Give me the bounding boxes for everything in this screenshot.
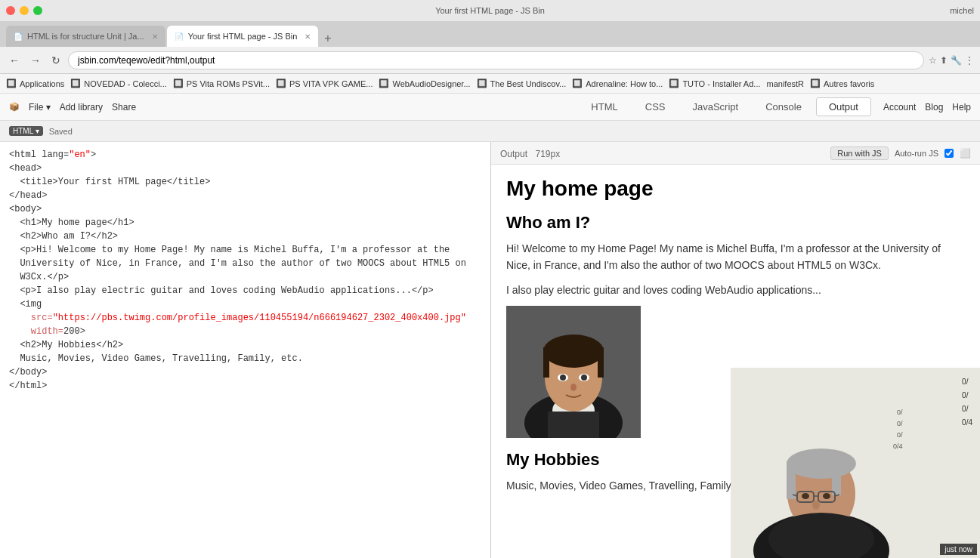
svg-rect-6: [543, 347, 549, 378]
address-bar: ← → ↻ ☆ ⬆ 🔧 ⋮: [0, 47, 980, 74]
bookmark-icon: 🔲: [6, 79, 17, 88]
tab2-label: Your first HTML page - JS Bin: [188, 32, 298, 41]
output-header-right: Run with JS Auto-run JS ⬜: [830, 146, 971, 160]
tab-javascript[interactable]: JavaScript: [679, 97, 751, 116]
svg-point-27: [802, 493, 809, 499]
output-profile-image: [506, 306, 641, 438]
output-label: Output: [500, 149, 527, 159]
tab2-close[interactable]: ✕: [305, 32, 311, 41]
bookmark-icon: 🔲: [173, 79, 184, 88]
svg-text:0/4: 0/4: [893, 442, 903, 450]
code-line: </html>: [0, 379, 490, 393]
output-h1: My home page: [506, 177, 965, 201]
url-input[interactable]: [68, 51, 924, 69]
bookmark-webaudio[interactable]: 🔲 WebAudioDesigner...: [379, 79, 470, 88]
autorun-checkbox[interactable]: [944, 149, 954, 158]
output-size: 719px: [535, 149, 560, 159]
browser-tabs: 📄 HTML is for structure Unit | Ja... ✕ 📄…: [0, 21, 980, 47]
blog-link[interactable]: Blog: [925, 102, 943, 113]
profile-svg: [506, 306, 641, 438]
output-header: Output 719px Run with JS Auto-run JS ⬜: [491, 142, 980, 165]
new-tab-button[interactable]: +: [320, 32, 335, 45]
html-mode-badge[interactable]: HTML ▾: [9, 126, 43, 136]
title-bar: Your first HTML page - JS Bin michel: [0, 0, 980, 21]
bookmark-autres[interactable]: 🔲 Autres favoris: [810, 79, 874, 88]
bookmark-psvita-roms[interactable]: 🔲 PS Vita ROMs PSVit...: [173, 79, 270, 88]
toolbar-left: 📦 File ▾ Add library Share: [9, 102, 566, 113]
minimize-button[interactable]: [20, 6, 29, 15]
bookmark-tuto[interactable]: 🔲 TUTO - Installer Ad...: [669, 79, 760, 88]
code-line: </body>: [0, 365, 490, 379]
back-button[interactable]: ←: [6, 53, 23, 68]
bookmark-icon: 🔲: [572, 79, 583, 88]
file-menu[interactable]: File ▾: [29, 102, 51, 113]
saved-status: Saved: [49, 127, 73, 136]
bookmark-manifestr[interactable]: manifestR: [767, 79, 805, 88]
bookmark-icon: 🔲: [276, 79, 286, 88]
app-toolbar: 📦 File ▾ Add library Share HTML CSS Java…: [0, 94, 980, 121]
autorun-label: Auto-run JS: [895, 149, 938, 158]
tab-1[interactable]: 📄 HTML is for structure Unit | Ja... ✕: [6, 26, 165, 47]
tab1-label: HTML is for structure Unit | Ja...: [27, 32, 144, 41]
app-logo: 📦: [9, 102, 20, 112]
menu-icon[interactable]: ⋮: [965, 55, 974, 66]
tab-2[interactable]: 📄 Your first HTML page - JS Bin ✕: [167, 26, 319, 47]
svg-point-19: [787, 449, 856, 479]
maximize-button[interactable]: [33, 6, 42, 15]
bookmark-label: Applications: [20, 79, 64, 88]
run-js-button[interactable]: Run with JS: [830, 146, 889, 160]
svg-point-11: [581, 375, 587, 381]
svg-text:0/: 0/: [897, 431, 903, 439]
close-button[interactable]: [6, 6, 15, 15]
bookmark-adrenaline[interactable]: 🔲 Adrenaline: How to...: [572, 79, 663, 88]
bookmark-label: Adrenaline: How to...: [586, 79, 663, 88]
code-line: <head>: [0, 162, 490, 175]
video-overlay: 0/ 0/ 0/ 0/4 0/ 0/ 0/ 0/4: [731, 368, 980, 558]
whiteboard-background: 0/ 0/ 0/ 0/4 0/ 0/ 0/ 0/4: [731, 368, 980, 558]
svg-point-29: [812, 501, 820, 510]
tab-console[interactable]: Console: [753, 97, 815, 116]
svg-text:0/: 0/: [897, 408, 903, 416]
secondary-toolbar: HTML ▾ Saved: [0, 121, 980, 142]
code-line: <p>I also play electric guitar and loves…: [0, 284, 490, 297]
code-line: <h1>My home page</h1>: [0, 216, 490, 230]
bookmark-label: Autres favoris: [824, 79, 874, 88]
tab-output[interactable]: Output: [816, 97, 871, 116]
share-icon[interactable]: ⬆: [940, 55, 948, 66]
address-icons: ☆ ⬆ 🔧 ⋮: [929, 55, 974, 66]
help-link[interactable]: Help: [952, 102, 971, 113]
code-editor[interactable]: <html lang="en"> <head> <title>Your firs…: [0, 142, 491, 558]
main-content: <html lang="en"> <head> <title>Your firs…: [0, 142, 980, 558]
bookmark-icon: 🔲: [669, 79, 679, 88]
bookmark-best[interactable]: 🔲 The Best Undiscov...: [477, 79, 567, 88]
expand-icon[interactable]: ⬜: [960, 148, 971, 159]
forward-button[interactable]: →: [27, 53, 44, 68]
add-library-menu[interactable]: Add library: [60, 102, 103, 113]
code-line: <html lang="en">: [0, 148, 490, 162]
code-line: <img: [0, 297, 490, 311]
bookmark-novedad[interactable]: 🔲 NOVEDAD - Colecci...: [70, 79, 166, 88]
extension-icon[interactable]: 🔧: [951, 55, 962, 66]
bookmark-icon[interactable]: ☆: [929, 55, 937, 66]
svg-point-5: [543, 334, 604, 368]
code-line: <p>Hi! Welcome to my Home Page! My name …: [0, 243, 490, 257]
code-line: <h2>My Hobbies</h2>: [0, 338, 490, 352]
share-menu[interactable]: Share: [112, 102, 136, 113]
bookmark-psvita-vpk[interactable]: 🔲 PS VITA VPK GAME...: [276, 79, 373, 88]
code-line: W3Cx.</p>: [0, 270, 490, 284]
tab-css[interactable]: CSS: [632, 97, 679, 116]
editor-tabs: HTML CSS JavaScript Console Output: [578, 97, 871, 116]
svg-rect-7: [598, 347, 604, 378]
account-link[interactable]: Account: [883, 102, 916, 113]
refresh-button[interactable]: ↻: [48, 53, 63, 68]
output-h2-who: Who am I?: [506, 213, 965, 233]
code-line: <body>: [0, 202, 490, 216]
bookmark-applications[interactable]: 🔲 Applications: [6, 79, 64, 88]
svg-rect-20: [787, 461, 796, 499]
bookmarks-bar: 🔲 Applications 🔲 NOVEDAD - Colecci... 🔲 …: [0, 74, 980, 94]
bookmark-icon: 🔲: [477, 79, 487, 88]
tab1-close[interactable]: ✕: [152, 32, 158, 41]
tab-html[interactable]: HTML: [578, 97, 630, 116]
bookmark-label: The Best Undiscov...: [490, 79, 567, 88]
code-line: University of Nice, in France, and I'm a…: [0, 257, 490, 270]
